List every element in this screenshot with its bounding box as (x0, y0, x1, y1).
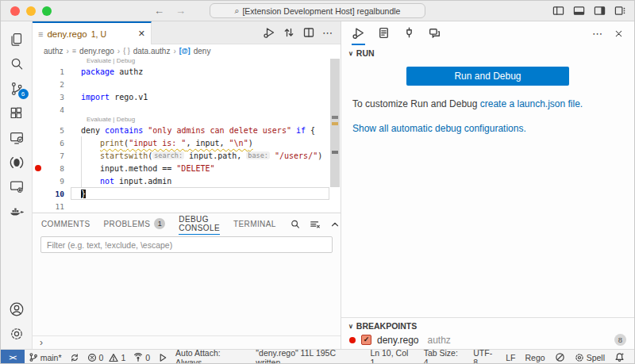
repl-prompt-icon: › (40, 338, 43, 347)
toggle-secondary-sidebar-icon[interactable] (594, 5, 606, 17)
problems-status[interactable]: 0 1 (83, 350, 130, 364)
split-editor-icon[interactable] (302, 26, 315, 39)
line-content: print("input is: ", input, "\n") (71, 136, 329, 149)
docker-icon[interactable] (4, 199, 29, 224)
file-written-status: "deny.rego" 11L 195C written (252, 350, 365, 364)
indentation-status[interactable]: Tab Size: 4 (419, 350, 469, 364)
run-and-debug-icon[interactable] (352, 21, 365, 45)
panel-search-icon[interactable] (290, 219, 301, 230)
breakpoint-line-badge: 8 (614, 334, 626, 346)
tab-debug-console[interactable]: DEBUG CONSOLE (179, 213, 220, 235)
code-editor[interactable]: Evaluate | Debug1package authz23import r… (33, 57, 341, 213)
encoding-status[interactable]: UTF-8 (468, 350, 501, 364)
vscode-window: ← → ⌕ [Extension Development Host] regal… (0, 0, 635, 364)
plug-icon[interactable] (402, 21, 416, 45)
language-mode-status[interactable]: Rego (521, 350, 550, 364)
editor-tab-bar: ≡ deny.rego 1, U ✕ ⋯ (33, 21, 341, 44)
debug-console-output[interactable] (33, 253, 341, 335)
debug-console-filter-input[interactable] (40, 236, 333, 253)
run-debug-sidebar: ⋯ ∨ RUN Run and Debug To customize Run a… (341, 21, 634, 349)
code-line[interactable]: 4 (33, 103, 341, 116)
auto-attach-status[interactable]: Auto Attach: Always (171, 350, 252, 364)
zoom-window-button[interactable] (42, 6, 52, 16)
accounts-icon[interactable] (4, 297, 29, 321)
search-sidebar-icon[interactable] (4, 52, 29, 76)
code-line[interactable]: 8input.method == "DELETE" (33, 162, 341, 174)
breadcrumb-symbol[interactable]: deny (194, 47, 211, 56)
command-center-search[interactable]: ⌕ [Extension Development Host] regalbund… (210, 3, 425, 18)
code-line[interactable]: 11 (33, 200, 341, 213)
toggle-primary-sidebar-icon[interactable] (552, 5, 564, 17)
run-or-debug-icon[interactable] (263, 26, 275, 39)
breadcrumb-file[interactable]: deny.rego (79, 47, 114, 56)
breadcrumb-package[interactable]: data.authz (133, 47, 171, 56)
clear-console-icon[interactable] (310, 219, 321, 230)
ruler-mark (332, 116, 338, 119)
line-number: 10 (44, 190, 71, 198)
code-line[interactable]: 2 (33, 78, 341, 90)
opa-extension-icon[interactable] (4, 150, 29, 174)
forward-icon[interactable]: → (175, 6, 186, 16)
minimize-window-button[interactable] (26, 6, 36, 16)
breadcrumb: authz › ≡ deny.rego › { } data.authz › [… (33, 44, 341, 57)
maximize-panel-icon[interactable] (329, 219, 341, 230)
code-line[interactable]: 6print("input is: ", input, "\n") (33, 136, 341, 149)
notifications-bell-icon[interactable] (610, 350, 629, 364)
tab-deny-rego[interactable]: ≡ deny.rego 1, U ✕ (33, 21, 152, 44)
line-number: 8 (44, 164, 71, 173)
notebook-icon[interactable] (377, 21, 391, 45)
tab-terminal[interactable]: TERMINAL (233, 213, 276, 235)
title-bar: ← → ⌕ [Extension Development Host] regal… (1, 1, 634, 21)
source-control-icon[interactable]: 6 (4, 76, 29, 101)
code-line[interactable]: 10} (33, 187, 341, 200)
screen-gear-icon[interactable] (4, 174, 29, 199)
toggle-panel-icon[interactable] (573, 5, 585, 17)
close-tab-icon[interactable]: ✕ (138, 29, 145, 39)
comments-icon[interactable] (428, 21, 441, 45)
extensions-icon[interactable] (4, 101, 29, 125)
run-section-header[interactable]: ∨ RUN (341, 45, 634, 59)
remote-explorer-icon[interactable] (4, 125, 29, 150)
create-launch-json-link[interactable]: create a launch.json file. (480, 98, 583, 109)
editor-more-actions-icon[interactable]: ⋯ (322, 27, 333, 39)
copilot-disabled-icon[interactable] (550, 350, 570, 364)
branch-status[interactable]: main* (25, 350, 66, 364)
tab-comments[interactable]: COMMENTS (41, 213, 90, 235)
line-content (71, 78, 329, 90)
cursor-position-status[interactable]: Ln 10, Col 1 (365, 350, 418, 364)
line-content: import rego.v1 (71, 90, 329, 103)
spell-status[interactable]: Spell (570, 350, 610, 364)
breadcrumb-authz[interactable]: authz (44, 47, 63, 56)
breakpoint-dot-icon[interactable] (33, 165, 44, 171)
sync-status[interactable] (66, 350, 83, 364)
breakpoint-checkbox[interactable]: ✓ (361, 335, 371, 345)
code-line[interactable]: 5deny contains "only admins can delete u… (33, 124, 341, 136)
source-control-badge: 6 (18, 89, 29, 99)
explorer-icon[interactable] (4, 27, 29, 52)
code-line[interactable]: 3import rego.v1 (33, 90, 341, 103)
manage-gear-icon[interactable] (4, 321, 29, 346)
back-icon[interactable]: ← (154, 6, 164, 16)
tab-problems[interactable]: PROBLEMS1 (104, 213, 166, 235)
code-line[interactable]: 1package authz (33, 65, 341, 78)
eol-status[interactable]: LF (501, 350, 520, 364)
customize-layout-icon[interactable] (614, 5, 626, 17)
close-sidebar-icon[interactable] (614, 29, 624, 39)
editor-scrollbar[interactable] (330, 59, 340, 187)
run-and-debug-button[interactable]: Run and Debug (406, 67, 569, 86)
close-window-button[interactable] (10, 6, 20, 16)
ports-status[interactable]: 0 (129, 350, 154, 364)
sidebar-more-actions-icon[interactable]: ⋯ (592, 28, 603, 40)
breakpoint-list-item[interactable]: ✓ deny.rego authz 8 (341, 332, 634, 349)
breakpoints-section-header[interactable]: ∨ BREAKPOINTS (341, 318, 634, 332)
swap-arrows-icon[interactable] (283, 26, 295, 39)
breakpoints-section: ∨ BREAKPOINTS ✓ deny.rego authz 8 (341, 317, 634, 349)
code-line[interactable]: 7startswith(search: input.path, base: "/… (33, 149, 341, 162)
code-line[interactable]: 9not input.admin (33, 174, 341, 187)
debug-console-repl-prompt[interactable]: › (33, 335, 341, 349)
codelens-action[interactable]: Evaluate | Debug (33, 116, 341, 124)
remote-indicator[interactable]: >< (1, 350, 25, 364)
show-all-configurations-link[interactable]: Show all automatic debug configurations. (352, 123, 526, 134)
debug-status-icon[interactable] (154, 350, 171, 364)
codelens-action[interactable]: Evaluate | Debug (33, 57, 341, 65)
